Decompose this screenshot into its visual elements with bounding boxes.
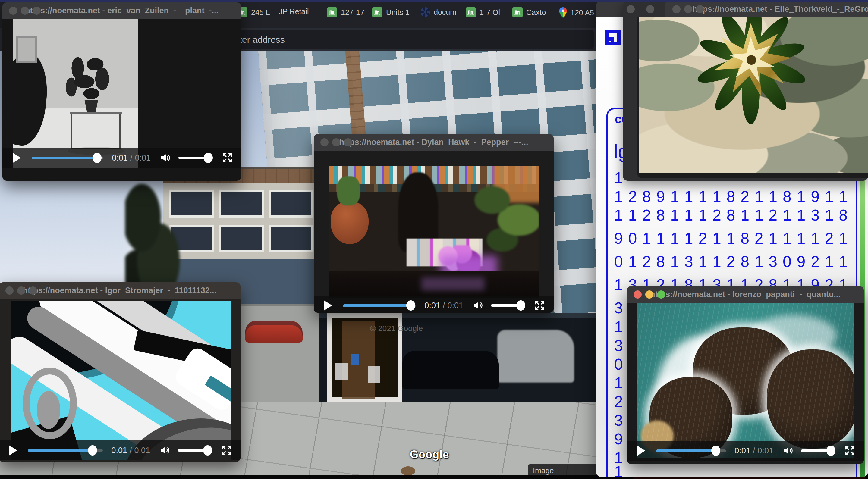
window-row — [169, 190, 313, 218]
volume-thumb[interactable] — [516, 300, 525, 311]
minimize-button[interactable] — [17, 287, 25, 295]
zoom-button[interactable] — [33, 7, 41, 15]
close-button[interactable] — [633, 290, 642, 298]
bookmark-245-l[interactable]: 245 L — [237, 7, 270, 18]
close-button[interactable] — [627, 5, 635, 13]
seek-slider[interactable] — [32, 157, 103, 159]
dylan-titlebar[interactable]: https://noemata.net - Dylan_Hawk_-_Peppe… — [314, 134, 554, 151]
player-controls: 0:01/0:01 — [2, 148, 241, 168]
digit-row: 3 — [612, 411, 626, 429]
bookmark-caxto[interactable]: Caxto — [513, 7, 546, 18]
dylan-player-window: https://noemata.net - Dylan_Hawk_-_Peppe… — [314, 134, 554, 313]
volume-slider[interactable] — [178, 449, 210, 452]
time-display: 0:01/0:01 — [735, 446, 773, 455]
bookmark-label: 120 A5 — [570, 8, 594, 17]
volume-thumb[interactable] — [203, 445, 212, 455]
fullscreen-icon[interactable] — [221, 152, 233, 164]
plant-pot — [83, 100, 99, 113]
minimize-button[interactable] — [646, 5, 654, 13]
seek-slider[interactable] — [656, 449, 726, 452]
terracotta-pot — [331, 201, 369, 244]
van-reflection — [497, 330, 574, 383]
accessibility-sign — [351, 354, 359, 364]
fullscreen-icon[interactable] — [221, 444, 233, 456]
zoom-button[interactable] — [344, 138, 352, 147]
close-button[interactable] — [5, 287, 13, 295]
digit-row: 1 — [612, 374, 626, 392]
minimize-button[interactable] — [21, 7, 29, 15]
close-button[interactable] — [673, 5, 681, 13]
bookmark-label: docum — [434, 8, 456, 17]
bookmark-1-7-ol[interactable]: 1-7 Ol — [466, 7, 500, 18]
close-button[interactable] — [9, 7, 17, 15]
ocean-video[interactable] — [637, 303, 854, 458]
glitch-video[interactable] — [329, 166, 539, 298]
volume-icon[interactable] — [782, 445, 795, 457]
volume-icon[interactable] — [472, 299, 484, 312]
minimize-button[interactable] — [645, 290, 653, 298]
chart-icon — [466, 7, 476, 18]
seek-thumb[interactable] — [711, 446, 720, 456]
player-controls: 0:01/0:01 — [627, 441, 864, 460]
minimize-button[interactable] — [684, 5, 692, 13]
digit-row: 0 — [612, 355, 626, 373]
bookmark-units-1[interactable]: Units 1 — [372, 7, 410, 18]
play-button[interactable] — [13, 153, 21, 163]
regrow-artwork — [639, 17, 868, 173]
fullscreen-icon[interactable] — [534, 299, 546, 312]
image-attribution: Image — [528, 464, 598, 477]
digit-row: 2 — [612, 392, 626, 411]
plant-video[interactable] — [13, 19, 138, 168]
volume-thumb[interactable] — [204, 153, 213, 163]
zoom-button[interactable] — [29, 287, 37, 295]
bookmark-label: 245 L — [251, 8, 270, 17]
zoom-button[interactable] — [657, 290, 665, 298]
player-controls: 0:01/0:01 — [0, 441, 241, 460]
potted-plant — [61, 49, 116, 103]
screen-top-strip — [0, 0, 868, 2]
digit-row: 11281112811211318 — [612, 206, 850, 224]
abstract-video[interactable] — [11, 301, 231, 460]
bookmark-127-17[interactable]: 127-17 — [327, 7, 364, 18]
volume-slider[interactable] — [801, 449, 834, 452]
flower-render — [684, 17, 817, 138]
play-button[interactable] — [637, 446, 645, 456]
google-logo: Google — [410, 448, 449, 461]
cactus — [337, 176, 360, 205]
chair-silhouette — [13, 50, 51, 148]
layout-icon[interactable] — [605, 30, 621, 45]
volume-slider[interactable] — [491, 304, 524, 307]
digit-row: 1 — [612, 318, 626, 336]
volume-icon[interactable] — [159, 444, 171, 456]
bookmark-jp-retail--[interactable]: JP Retail - — [279, 7, 313, 16]
igor-titlebar[interactable]: https://noemata.net - Igor_Stromajer_-_1… — [0, 282, 241, 299]
digit-row: 1 — [612, 462, 626, 477]
gray-dot — [37, 391, 60, 429]
seek-thumb[interactable] — [406, 300, 415, 311]
chart-icon — [327, 7, 337, 18]
digit-row: 3 — [612, 337, 626, 355]
play-button[interactable] — [324, 300, 332, 311]
digit-row: 12891111821181911 — [612, 187, 850, 205]
seek-slider[interactable] — [343, 304, 416, 307]
volume-icon[interactable] — [160, 152, 172, 164]
bookmark-label: 127-17 — [341, 8, 364, 17]
elle-window-titlebar[interactable]: https://noemata.net - Elle_Thorkveld_-_R… — [665, 1, 868, 18]
seek-thumb[interactable] — [93, 153, 101, 163]
bookmark-120-a5[interactable]: 120 A5 — [559, 7, 594, 18]
seek-slider[interactable] — [28, 449, 103, 452]
volume-slider[interactable] — [179, 157, 211, 159]
bookmark-docum[interactable]: docum — [421, 7, 456, 17]
lorenzo-titlebar[interactable]: https://noemata.net - lorenzo_papanti_-_… — [627, 286, 864, 303]
chart-icon — [372, 7, 382, 18]
minimize-button[interactable] — [332, 138, 340, 147]
volume-thumb[interactable] — [827, 446, 835, 456]
close-button[interactable] — [320, 138, 329, 147]
seek-thumb[interactable] — [88, 445, 97, 455]
eric-player-window: https://noemata.net - eric_van_Zuilen_-_… — [2, 2, 241, 181]
bookmark-label: Caxto — [526, 8, 546, 17]
zoom-button[interactable] — [696, 5, 704, 13]
play-button[interactable] — [9, 445, 17, 455]
eric-titlebar[interactable]: https://noemata.net - eric_van_Zuilen_-_… — [2, 2, 241, 19]
fullscreen-icon[interactable] — [844, 445, 856, 457]
